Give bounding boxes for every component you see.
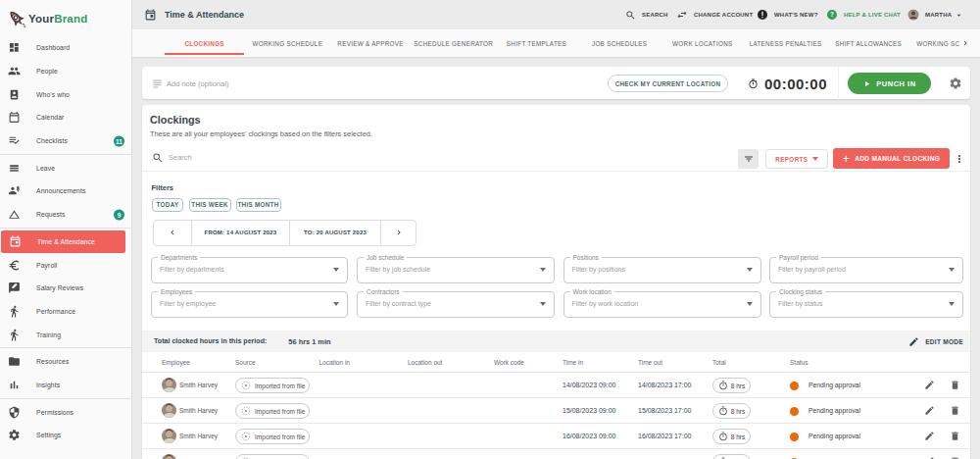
svg-text:?: ?	[830, 11, 834, 18]
